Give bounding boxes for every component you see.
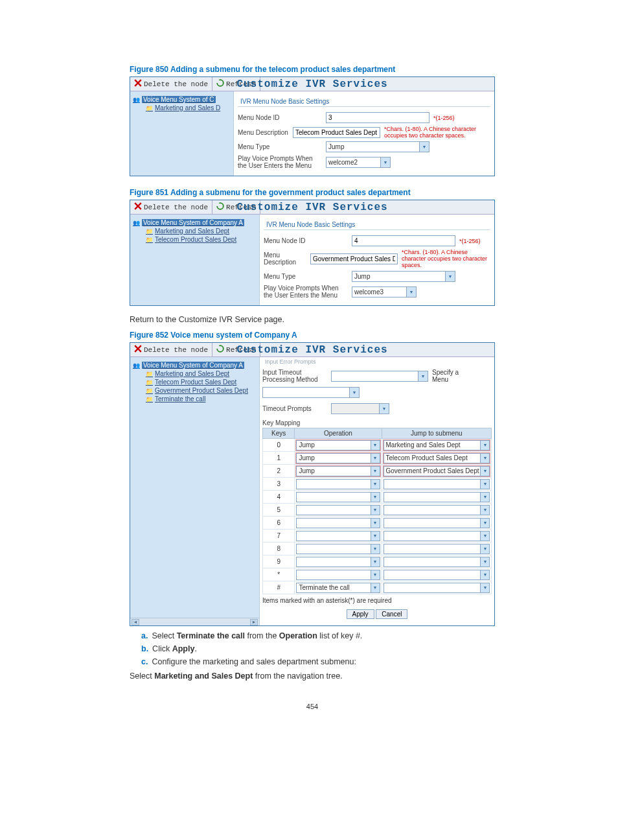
chevron-down-icon: ▾ bbox=[480, 480, 489, 489]
play-prompts-label: Play Voice Prompts When the User Enters … bbox=[238, 155, 322, 169]
chevron-down-icon: ▾ bbox=[406, 287, 416, 297]
operation-select[interactable]: ▾ bbox=[296, 570, 380, 580]
toolbar: Delete the node Refresh Customize IVR Se… bbox=[130, 343, 494, 357]
operation-select[interactable]: ▾ bbox=[296, 531, 380, 541]
menu-node-id-hint: *(1-256) bbox=[433, 115, 455, 121]
menu-type-label: Menu Type bbox=[264, 273, 348, 280]
chevron-down-icon: ▾ bbox=[371, 570, 380, 579]
menu-node-id-label: Menu Node ID bbox=[264, 237, 348, 244]
tree-node-telecom[interactable]: Telecom Product Sales Dept bbox=[133, 378, 257, 386]
submenu-select[interactable]: ▾ bbox=[383, 531, 490, 541]
submenu-select[interactable]: Marketing and Sales Dept▾ bbox=[383, 440, 490, 450]
chevron-down-icon: ▾ bbox=[371, 441, 380, 450]
timeout-prompts-select[interactable]: ▾ bbox=[331, 403, 389, 414]
nav-tree: Voice Menu System of Company A Marketing… bbox=[130, 357, 260, 625]
fig851-panel: Delete the node Refresh Customize IVR Se… bbox=[130, 200, 495, 306]
page-banner-title: Customize IVR Services bbox=[236, 344, 387, 356]
tree-node-marketing[interactable]: Marketing and Sales Dept bbox=[133, 227, 257, 235]
tree-node-government[interactable]: Government Product Sales Dept bbox=[133, 386, 257, 395]
chevron-down-icon: ▾ bbox=[480, 583, 489, 592]
figure-850-title: Figure 850 Adding a submenu for the tele… bbox=[130, 65, 495, 74]
chevron-down-icon: ▾ bbox=[480, 506, 489, 515]
key-cell: # bbox=[263, 581, 295, 594]
specify-menu-select[interactable]: ▾ bbox=[262, 387, 360, 398]
operation-select[interactable]: ▾ bbox=[296, 518, 380, 528]
chevron-down-icon: ▾ bbox=[480, 467, 489, 476]
apply-button[interactable]: Apply bbox=[347, 609, 374, 619]
chevron-down-icon: ▾ bbox=[371, 467, 380, 476]
menu-node-id-input[interactable] bbox=[352, 235, 455, 246]
refresh-icon bbox=[216, 345, 224, 355]
tree-root[interactable]: Voice Menu System of Company A bbox=[133, 218, 257, 227]
table-row: *▾▾ bbox=[263, 568, 492, 581]
submenu-select[interactable]: ▾ bbox=[383, 570, 490, 580]
key-cell: 1 bbox=[263, 452, 295, 465]
delete-x-icon bbox=[134, 345, 142, 355]
tree-node-telecom[interactable]: Telecom Product Sales Dept bbox=[133, 235, 257, 244]
operation-select[interactable]: ▾ bbox=[296, 544, 380, 554]
menu-type-select[interactable]: Jump▾ bbox=[352, 271, 455, 282]
menu-type-select[interactable]: Jump▾ bbox=[326, 141, 429, 152]
scroll-left-icon[interactable]: ◂ bbox=[132, 619, 139, 625]
play-prompts-select[interactable]: welcome2▾ bbox=[326, 157, 391, 168]
submenu-select[interactable]: ▾ bbox=[383, 518, 490, 528]
tree-node-terminate[interactable]: Terminate the call bbox=[133, 395, 257, 403]
operation-select[interactable]: Jump▾ bbox=[296, 453, 380, 463]
timeout-method-select[interactable]: ▾ bbox=[331, 371, 428, 382]
menu-description-label: Menu Description bbox=[264, 251, 306, 266]
delete-node-button[interactable]: Delete the node bbox=[130, 343, 212, 357]
group-icon bbox=[133, 219, 140, 226]
table-row: 3▾▾ bbox=[263, 478, 492, 491]
chevron-down-icon: ▾ bbox=[371, 544, 380, 554]
operation-select[interactable]: Jump▾ bbox=[296, 466, 380, 476]
chevron-down-icon: ▾ bbox=[349, 388, 359, 397]
menu-description-input[interactable] bbox=[310, 253, 398, 264]
menu-node-id-input[interactable] bbox=[326, 112, 429, 123]
submenu-select[interactable]: ▾ bbox=[383, 492, 490, 502]
table-row: 7▾▾ bbox=[263, 530, 492, 542]
menu-node-id-hint: *(1-256) bbox=[459, 238, 481, 244]
operation-select[interactable]: ▾ bbox=[296, 557, 380, 567]
refresh-icon bbox=[216, 202, 224, 212]
menu-description-hint: *Chars. (1-80). A Chinese character occu… bbox=[402, 249, 490, 268]
scroll-right-icon[interactable]: ▸ bbox=[250, 619, 258, 625]
delete-node-button[interactable]: Delete the node bbox=[130, 200, 212, 215]
key-cell: 2 bbox=[263, 465, 295, 478]
form-area: IVR Menu Node Basic Settings Menu Node I… bbox=[260, 215, 494, 305]
operation-select[interactable]: ▾ bbox=[296, 479, 380, 489]
submenu-select[interactable]: ▾ bbox=[383, 479, 490, 489]
submenu-select[interactable]: ▾ bbox=[383, 544, 490, 554]
chevron-down-icon: ▾ bbox=[480, 441, 489, 450]
submenu-select[interactable]: Government Product Sales Dept▾ bbox=[383, 466, 490, 476]
operation-select[interactable]: Jump▾ bbox=[296, 440, 380, 450]
submenu-select[interactable]: ▾ bbox=[383, 505, 490, 515]
fig850-panel: Delete the node Refresh Customize IVR Se… bbox=[130, 76, 495, 176]
operation-select[interactable]: ▾ bbox=[296, 505, 380, 515]
chevron-down-icon: ▾ bbox=[371, 454, 380, 463]
tree-node-marketing[interactable]: Marketing and Sales D bbox=[133, 104, 231, 112]
menu-description-input[interactable] bbox=[293, 127, 380, 138]
tree-root[interactable]: Voice Menu System of Company A bbox=[133, 361, 257, 369]
key-cell: 6 bbox=[263, 517, 295, 530]
tree-root[interactable]: Voice Menu System of C bbox=[133, 95, 231, 104]
figure-852-title: Figure 852 Voice menu system of Company … bbox=[130, 331, 495, 340]
tree-scrollbar[interactable]: ◂ ▸ bbox=[130, 618, 259, 625]
page-banner-title: Customize IVR Services bbox=[236, 78, 387, 90]
timeout-method-label: Input Timeout Processing Method bbox=[262, 369, 327, 383]
partial-header: Input Error Prompts bbox=[262, 357, 492, 366]
cancel-button[interactable]: Cancel bbox=[376, 609, 407, 619]
submenu-select[interactable]: ▾ bbox=[383, 557, 490, 567]
folder-icon bbox=[146, 395, 153, 402]
submenu-select[interactable]: Telecom Product Sales Dept▾ bbox=[383, 453, 490, 463]
operation-select[interactable]: ▾ bbox=[296, 492, 380, 502]
play-prompts-select[interactable]: welcome3▾ bbox=[352, 286, 417, 298]
tree-node-marketing[interactable]: Marketing and Sales Dept bbox=[133, 369, 257, 378]
chevron-down-icon: ▾ bbox=[480, 557, 489, 566]
table-row: 0Jump▾Marketing and Sales Dept▾ bbox=[263, 439, 492, 452]
operation-select[interactable]: Terminate the call▾ bbox=[296, 583, 380, 593]
submenu-select[interactable]: ▾ bbox=[383, 583, 490, 593]
delete-node-button[interactable]: Delete the node bbox=[130, 77, 212, 91]
figure-851-title: Figure 851 Adding a submenu for the gove… bbox=[130, 188, 495, 197]
delete-label: Delete the node bbox=[144, 80, 208, 88]
chevron-down-icon: ▾ bbox=[371, 531, 380, 541]
